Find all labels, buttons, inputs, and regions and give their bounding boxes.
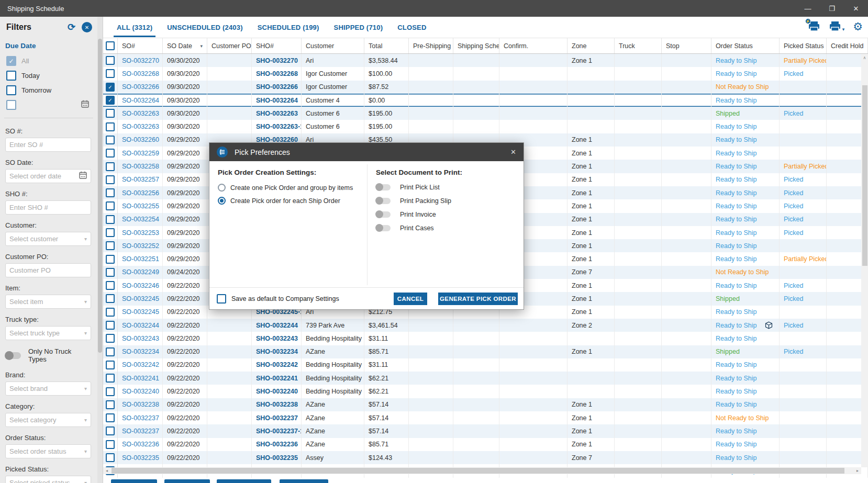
scroll-up-icon[interactable]: ∧ (861, 54, 868, 61)
so-number-link[interactable]: SO-0032255 (122, 203, 159, 210)
horizontal-scrollbar-thumb[interactable] (112, 468, 844, 474)
table-row[interactable]: ✓SO-003226409/30/2020SHO-0032264Customer… (103, 94, 868, 107)
row-checkbox[interactable] (106, 413, 115, 422)
column-header-sho[interactable]: SHO# (252, 38, 302, 53)
so-number-link[interactable]: SO-0032246 (122, 282, 159, 289)
so-number-link[interactable]: SO-0032241 (122, 375, 159, 382)
print-packing-slip-toggle[interactable] (376, 198, 391, 204)
so-number-link[interactable]: SO-0032238 (122, 401, 159, 408)
truck-type-select[interactable]: Select truck type▾ (5, 326, 91, 340)
sho-number-link[interactable]: SHO-0032236 (256, 441, 298, 448)
quick-print-button[interactable]: ⚡ (808, 20, 820, 32)
print-pick-list-toggle[interactable] (376, 184, 391, 190)
print-menu-button[interactable]: ▾ (829, 20, 845, 32)
tab-shipped-710[interactable]: SHIPPED (710) (327, 17, 391, 38)
sho-number-link[interactable]: SHO-0032244 (256, 322, 298, 329)
item-select[interactable]: Select item▾ (5, 295, 91, 309)
today-checkbox[interactable] (6, 71, 16, 81)
refresh-filters-icon[interactable]: ⟳ (68, 21, 75, 33)
scroll-left-icon[interactable]: ◂ (103, 468, 110, 473)
table-row[interactable]: SO-003224009/22/2020SHO-0032240Bedding H… (103, 385, 868, 398)
column-header-so[interactable]: SO# (118, 38, 163, 53)
bottom-action-button-1[interactable] (111, 479, 157, 483)
row-checkbox[interactable] (106, 215, 115, 224)
table-row[interactable]: SO-003224209/22/2020SHO-0032242Bedding H… (103, 358, 868, 372)
sho-number-link[interactable]: SHO-0032268 (256, 70, 298, 77)
row-checkbox[interactable] (106, 162, 115, 171)
column-header-truck[interactable]: Truck (615, 38, 662, 53)
sho-number-link[interactable]: SHO-0032263-1 (256, 123, 302, 130)
sidebar-scrollbar[interactable] (97, 17, 103, 483)
column-header-pre-shipping[interactable]: Pre-Shipping (409, 38, 453, 53)
column-header-order-status[interactable]: Order Status (711, 38, 780, 53)
dialog-close-icon[interactable]: ✕ (510, 148, 516, 156)
column-header-total[interactable]: Total (364, 38, 409, 53)
so-number-link[interactable]: SO-0032251 (122, 255, 159, 263)
so-number-link[interactable]: SO-0032236 (122, 441, 159, 448)
tab-closed[interactable]: CLOSED (390, 17, 433, 38)
only-no-truck-types-toggle[interactable] (5, 352, 21, 359)
sho-number-link[interactable]: SHO-0032243 (256, 335, 298, 342)
row-checkbox[interactable] (106, 347, 115, 356)
row-checkbox[interactable] (106, 201, 115, 210)
so-number-link[interactable]: SO-0032235 (122, 454, 159, 462)
table-row[interactable]: SO-003223509/22/2020SHO-0032235Assey$124… (103, 451, 868, 464)
sho-number-link[interactable]: SHO-0032263 (256, 110, 298, 117)
row-checkbox[interactable] (106, 334, 115, 343)
so-number-link[interactable]: SO-0032242 (122, 361, 159, 368)
sho-input[interactable]: Enter SHO # (5, 200, 91, 215)
column-header-picked-status[interactable]: Picked Status (780, 38, 827, 53)
row-checkbox[interactable] (106, 56, 115, 65)
create-pick-order-for-each-ship-order-radio[interactable] (218, 197, 226, 205)
select-all-checkbox[interactable] (106, 41, 115, 50)
customer-po-input[interactable]: Customer PO (5, 263, 91, 277)
sho-number-link[interactable]: SHO-0032237 (256, 414, 298, 422)
column-header-so-date[interactable]: SO Date▾ (163, 38, 207, 53)
so-number-link[interactable]: SO-0032256 (122, 189, 159, 197)
print-cases-toggle[interactable] (376, 225, 391, 231)
print-invoice-toggle[interactable] (376, 211, 391, 218)
so-input[interactable]: Enter SO # (5, 138, 91, 152)
picked-status-select[interactable]: Select picked status▾ (5, 476, 91, 483)
row-checkbox[interactable] (106, 228, 115, 237)
bottom-action-button-2[interactable] (164, 479, 210, 483)
sho-number-link[interactable]: SHO-0032264 (256, 97, 298, 104)
so-number-link[interactable]: SO-0032237 (122, 428, 159, 435)
row-checkbox[interactable] (106, 387, 115, 396)
so-number-link[interactable]: SO-0032253 (122, 229, 159, 237)
sho-number-link[interactable]: SHO-0032237-1 (256, 428, 302, 435)
row-checkbox[interactable] (106, 281, 115, 290)
row-checkbox[interactable] (106, 308, 115, 317)
table-row[interactable]: SO-003223709/22/2020SHO-0032237-1AZane$5… (103, 424, 868, 437)
order-status-select[interactable]: Select order status▾ (5, 444, 91, 458)
scroll-right-icon[interactable]: ▸ (854, 468, 861, 473)
sho-number-link[interactable]: SHO-0032242 (256, 361, 298, 368)
table-row[interactable]: SO-003226309/30/2020SHO-0032263-1Custome… (103, 120, 868, 133)
vertical-scrollbar-thumb[interactable] (862, 85, 867, 266)
so-number-link[interactable]: SO-0032257 (122, 176, 159, 183)
sho-number-link[interactable]: SHO-0032266 (256, 83, 298, 91)
settings-gear-icon[interactable]: ⚙ (853, 21, 863, 32)
row-checkbox[interactable] (106, 109, 115, 118)
row-checkbox[interactable]: ✓ (106, 96, 115, 105)
table-row[interactable]: SO-003223709/22/2020SHO-0032237AZane$57.… (103, 411, 868, 424)
calendar-icon[interactable] (79, 171, 87, 181)
row-checkbox[interactable] (106, 440, 115, 449)
row-checkbox[interactable] (106, 321, 115, 330)
row-checkbox[interactable] (106, 122, 115, 131)
sho-number-link[interactable]: SHO-0032270 (256, 57, 298, 64)
column-header-credit-hold[interactable]: Credit Hold (827, 38, 868, 53)
horizontal-scrollbar[interactable]: ◂ ▸ (103, 467, 861, 474)
so-number-link[interactable]: SO-0032244 (122, 322, 159, 329)
so-number-link[interactable]: SO-0032245 (122, 308, 159, 316)
tab-unscheduled-2403[interactable]: UNSCHEDULED (2403) (160, 17, 250, 38)
so-number-link[interactable]: SO-0032259 (122, 150, 159, 157)
close-filters-button[interactable]: ✕ (82, 22, 92, 32)
column-header-stop[interactable]: Stop (662, 38, 711, 53)
so-number-link[interactable]: SO-0032264 (122, 97, 159, 104)
vertical-scrollbar[interactable]: ∧ (861, 54, 868, 467)
so-number-link[interactable]: SO-0032254 (122, 216, 159, 223)
row-checkbox[interactable] (106, 294, 115, 303)
restore-button[interactable]: ❐ (820, 0, 844, 17)
generate-pick-order-button[interactable]: GENERATE PICK ORDER (438, 293, 518, 305)
